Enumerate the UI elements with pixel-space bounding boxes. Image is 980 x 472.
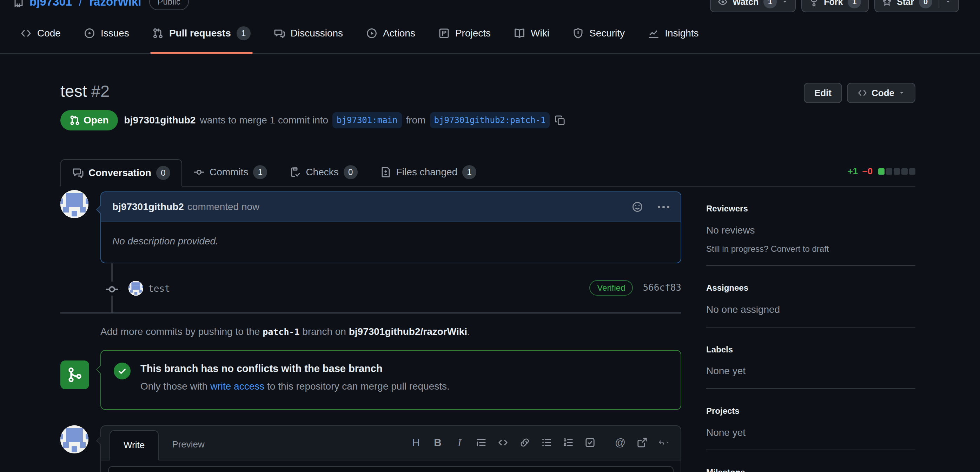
issue-icon bbox=[84, 28, 95, 39]
labels-value: None yet bbox=[706, 364, 915, 379]
code-icon bbox=[858, 88, 867, 98]
file-diff-icon bbox=[380, 166, 391, 178]
italic-icon[interactable]: I bbox=[454, 437, 465, 448]
comment-author-link[interactable]: bj97301github2 bbox=[112, 200, 184, 214]
tasklist-icon[interactable] bbox=[584, 437, 596, 448]
nav-item-pull-requests[interactable]: Pull requests 1 bbox=[152, 13, 251, 54]
emoji-reaction-icon[interactable] bbox=[632, 201, 643, 212]
avatar[interactable] bbox=[129, 281, 143, 296]
push-note: Add more commits by pushing to the patch… bbox=[100, 325, 681, 339]
page-title: test#2 bbox=[60, 81, 110, 101]
watch-label: Watch bbox=[733, 0, 759, 8]
bold-icon[interactable]: B bbox=[432, 437, 443, 448]
deletions-count: −0 bbox=[862, 165, 873, 178]
convert-to-draft-link[interactable]: Still in progress? Convert to draft bbox=[706, 243, 915, 255]
pr-author-link[interactable]: bj97301github2 bbox=[124, 113, 196, 128]
commit-sha-link[interactable]: 566cf83 bbox=[643, 281, 681, 295]
star-label: Star bbox=[897, 0, 914, 8]
reviewers-value: No reviews bbox=[706, 223, 915, 238]
nav-item-projects[interactable]: Projects bbox=[438, 13, 491, 54]
tab-conversation[interactable]: Conversation 0 bbox=[60, 159, 182, 187]
link-icon[interactable] bbox=[519, 437, 530, 448]
assignees-value: No one assigned bbox=[706, 303, 915, 317]
star-icon bbox=[882, 0, 892, 7]
merge-status-box: This branch has no conflicts with the ba… bbox=[100, 350, 681, 410]
copy-icon[interactable] bbox=[555, 115, 565, 125]
diff-stat: +1 −0 bbox=[848, 165, 915, 186]
labels-title[interactable]: Labels bbox=[706, 344, 915, 356]
head-branch-label[interactable]: bj97301github2:patch-1 bbox=[430, 112, 550, 129]
editor-body bbox=[101, 461, 681, 472]
milestone-title[interactable]: Milestone bbox=[706, 466, 915, 472]
repo-full-name: bj97301github2/razorWiki bbox=[349, 326, 467, 337]
pr-timeline: bj97301github2 commented now No descript… bbox=[60, 187, 681, 472]
nav-item-code[interactable]: Code bbox=[21, 13, 61, 54]
tab-files-changed[interactable]: Files changed 1 bbox=[369, 158, 488, 186]
quote-icon[interactable] bbox=[476, 437, 487, 448]
pr-title-text: test bbox=[60, 82, 87, 100]
active-tab-underline bbox=[150, 52, 253, 54]
unordered-list-icon[interactable] bbox=[541, 437, 552, 448]
comment-header: bj97301github2 commented now bbox=[101, 192, 681, 222]
cross-reference-icon[interactable] bbox=[636, 437, 648, 448]
nav-item-discussions[interactable]: Discussions bbox=[274, 13, 343, 54]
pull-request-icon bbox=[70, 115, 80, 125]
discussions-icon bbox=[274, 28, 285, 39]
chevron-down-icon bbox=[899, 90, 905, 96]
conversation-icon bbox=[72, 167, 84, 179]
sidebar-section-assignees: Assignees No one assigned bbox=[706, 266, 915, 327]
write-access-link[interactable]: write access bbox=[210, 381, 264, 392]
commit-timeline-item: test Verified 566cf83 bbox=[60, 263, 681, 312]
nav-item-security[interactable]: Security bbox=[573, 13, 625, 54]
tab-commits[interactable]: Commits 1 bbox=[182, 158, 278, 186]
projects-icon bbox=[438, 28, 450, 39]
assignees-title[interactable]: Assignees bbox=[706, 282, 915, 294]
saved-replies-icon[interactable] bbox=[658, 437, 669, 448]
ordered-list-icon[interactable] bbox=[563, 437, 574, 448]
nav-item-wiki[interactable]: Wiki bbox=[514, 13, 549, 54]
repo-action-buttons: Watch 1 Fork 1 Star 0 bbox=[710, 0, 959, 12]
edit-button[interactable]: Edit bbox=[804, 83, 842, 103]
tab-checks[interactable]: Checks 0 bbox=[278, 158, 369, 186]
projects-title[interactable]: Projects bbox=[706, 405, 915, 417]
code-icon[interactable] bbox=[497, 437, 509, 448]
diff-blocks bbox=[878, 168, 915, 175]
commit-message-link[interactable]: test bbox=[148, 282, 170, 296]
pr-description-comment: bj97301github2 commented now No descript… bbox=[100, 192, 681, 263]
tab-preview[interactable]: Preview bbox=[159, 429, 218, 460]
repo-name-link[interactable]: razorWiki bbox=[89, 0, 141, 10]
star-count: 0 bbox=[919, 0, 932, 8]
conversation-count: 0 bbox=[156, 166, 170, 180]
star-button[interactable]: Star 0 bbox=[874, 0, 959, 12]
pr-number: #2 bbox=[91, 82, 110, 100]
comment-editor: Write Preview H B I @ bbox=[60, 425, 681, 472]
sidebar-section-milestone: Milestone No milestone bbox=[706, 450, 915, 472]
verified-badge[interactable]: Verified bbox=[589, 280, 633, 296]
code-dropdown-button[interactable]: Code bbox=[847, 83, 915, 103]
nav-item-actions[interactable]: Actions bbox=[366, 13, 415, 54]
commit-icon bbox=[105, 282, 119, 296]
code-icon bbox=[21, 28, 32, 39]
repo-owner-link[interactable]: bj97301 bbox=[30, 0, 72, 10]
base-branch-label[interactable]: bj97301:main bbox=[332, 112, 401, 129]
nav-item-insights[interactable]: Insights bbox=[648, 13, 699, 54]
commit-icon bbox=[193, 166, 205, 178]
heading-icon[interactable]: H bbox=[410, 437, 422, 448]
kebab-menu-icon[interactable] bbox=[658, 206, 669, 208]
avatar bbox=[60, 425, 89, 453]
security-icon bbox=[573, 28, 584, 39]
reviewers-title[interactable]: Reviewers bbox=[706, 203, 915, 215]
additions-count: +1 bbox=[848, 165, 858, 178]
avatar[interactable] bbox=[60, 190, 89, 218]
tab-write[interactable]: Write bbox=[110, 430, 159, 461]
editor-header: Write Preview H B I @ bbox=[101, 426, 681, 461]
watch-button[interactable]: Watch 1 bbox=[710, 0, 796, 12]
fork-button[interactable]: Fork 1 bbox=[801, 0, 869, 12]
star-dropdown[interactable] bbox=[939, 0, 951, 8]
comment-input[interactable] bbox=[108, 466, 674, 472]
nav-item-issues[interactable]: Issues bbox=[84, 13, 129, 54]
repo-icon bbox=[13, 0, 24, 7]
mention-icon[interactable]: @ bbox=[615, 437, 626, 448]
merge-status-title: This branch has no conflicts with the ba… bbox=[140, 361, 450, 376]
commits-count: 1 bbox=[253, 165, 267, 179]
